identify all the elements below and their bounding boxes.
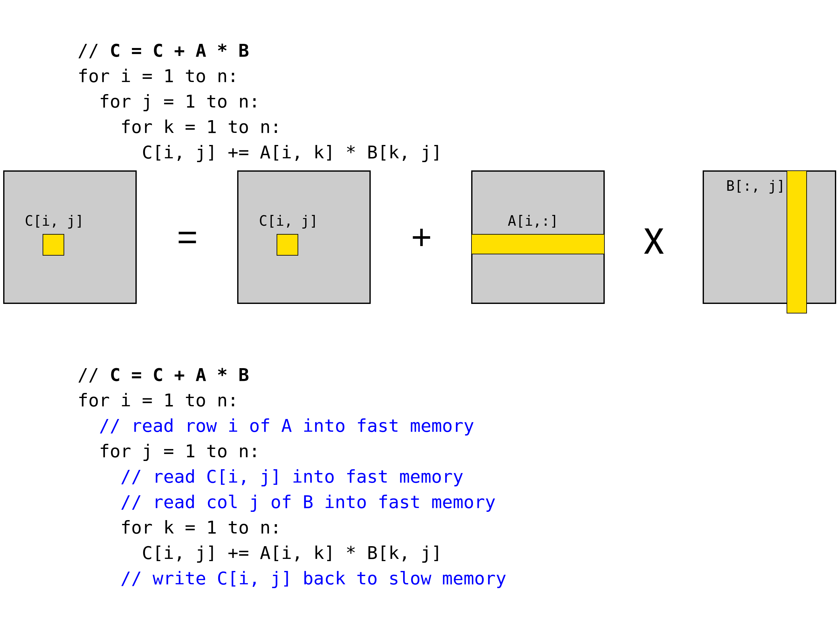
code-line: for i = 1 to n: (77, 390, 238, 411)
memory-comment: // read col j of B into fast memory (77, 491, 496, 512)
code-line: for j = 1 to n: (77, 441, 260, 461)
matrix-diagram: C[i, j] = C[i, j] + A[i,:] x B[:, j] (3, 165, 836, 308)
comment-line: // (77, 364, 110, 385)
comment-line: // (77, 40, 110, 61)
highlight-c-element (276, 234, 298, 255)
matrix-c-label: C[i, j] (25, 213, 84, 229)
equals-sign: = (137, 216, 237, 258)
matrix-b-label: B[:, j] (726, 178, 785, 194)
memory-comment: // write C[i, j] back to slow memory (77, 568, 507, 589)
matrix-a-label: A[i,:] (508, 213, 558, 229)
code-line: for i = 1 to n: (77, 65, 238, 87)
memory-comment: // read row i of A into fast memory (77, 415, 474, 436)
times-sign: x (598, 209, 710, 265)
code-line: for k = 1 to n: (77, 517, 281, 538)
highlight-a-row (472, 234, 605, 254)
pseudocode-naive: // C = C + A * B for i = 1 to n: for j =… (77, 13, 442, 165)
code-line: C[i, j] += A[i, k] * B[k, j] (77, 142, 442, 163)
memory-comment: // read C[i, j] into fast memory (77, 466, 464, 487)
plus-sign: + (371, 216, 471, 258)
matrix-b: B[:, j] (703, 170, 836, 303)
matrix-c-result: C[i, j] (3, 170, 137, 303)
code-line: C[i, j] += A[i, k] * B[k, j] (77, 542, 442, 563)
highlight-b-col (786, 170, 807, 313)
matrix-c-label: C[i, j] (259, 213, 317, 229)
equation: C = C + A * B (110, 40, 249, 61)
matrix-a: A[i,:] (472, 170, 605, 303)
code-line: for k = 1 to n: (77, 116, 281, 137)
equation: C = C + A * B (110, 364, 249, 385)
matrix-c-input: C[i, j] (237, 170, 371, 303)
pseudocode-memory: // C = C + A * B for i = 1 to n: // read… (77, 337, 507, 591)
highlight-c-element (43, 234, 64, 255)
code-line: for j = 1 to n: (77, 91, 260, 112)
